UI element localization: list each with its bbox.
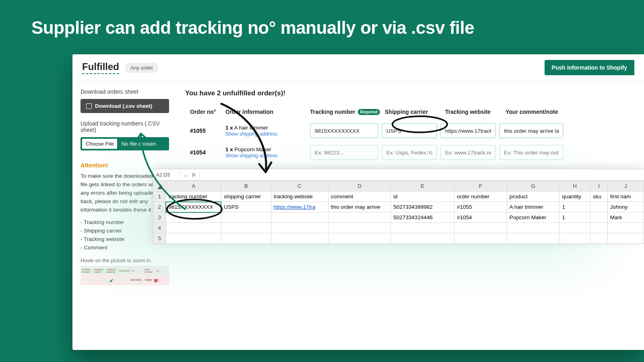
unfulfilled-count: You have 2 unfulfilled order(s)! [185, 89, 644, 97]
order-row: #1055 1 x A hair trimmer Show shipping a… [185, 120, 644, 142]
cell[interactable]: product [507, 191, 559, 202]
cell[interactable]: order number [454, 191, 507, 202]
cell[interactable]: quantity [559, 191, 590, 202]
choose-file-button[interactable]: Choose File No file chosen [80, 137, 169, 150]
tracking-website-input[interactable] [440, 123, 496, 138]
cell[interactable]: 5027334389982 [391, 202, 454, 212]
topbar: Fulfilled Any order Push information to … [72, 54, 644, 81]
comment-input[interactable] [499, 145, 564, 160]
show-shipping-address-link[interactable]: Show shipping address [225, 153, 277, 158]
col-order-no: Order no° [185, 109, 225, 115]
page-title: Fulfilled [82, 61, 119, 74]
col-header[interactable]: H [559, 181, 590, 191]
order-product: A hair trimmer [234, 125, 268, 131]
col-header[interactable]: E [391, 181, 454, 191]
shipping-carrier-input[interactable] [382, 123, 437, 138]
col-website: Tracking website [445, 109, 506, 115]
no-file-chosen-text: No file chosen [117, 141, 156, 147]
tracking-link[interactable]: https://www.17tra [274, 204, 316, 210]
cell[interactable] [328, 212, 390, 223]
col-tracking-label: Tracking number [310, 109, 355, 115]
cell[interactable]: sku [590, 191, 608, 202]
cell[interactable]: 5027334324446 [391, 212, 454, 223]
cell[interactable]: Johnny [607, 202, 644, 212]
cell[interactable] [221, 212, 271, 223]
tracking-number-input[interactable] [310, 123, 378, 138]
col-header[interactable]: A [166, 181, 221, 191]
tracking-website-input[interactable] [440, 145, 496, 160]
cell[interactable]: shipping carrier [221, 191, 271, 202]
sheet-row: 2 9815XXXXXXXXX USPS https://www.17tra t… [153, 202, 644, 212]
cell[interactable] [166, 212, 221, 223]
hero-title: Supplier can add tracking no° manually o… [0, 0, 644, 45]
sheet-row: 1 tracking number shipping carrier track… [153, 191, 644, 202]
sheet-row: 3 5027334324446 #1054 Popcorn Maker 1 Ma… [153, 212, 644, 223]
cell[interactable]: USPS [221, 202, 271, 212]
sheet-row: 5 [153, 233, 644, 244]
cell[interactable]: https://www.17tra [271, 202, 328, 212]
download-csv-button[interactable]: Download (.csv sheet) [80, 99, 169, 113]
order-info: 1 x Popcorn Maker Show shipping address [225, 146, 310, 158]
cell[interactable]: #1055 [454, 202, 507, 212]
cell[interactable]: 1 [559, 202, 590, 212]
orders-table-header: Order no° Order information Tracking num… [185, 104, 644, 120]
download-label: Download orders sheet [80, 88, 169, 95]
row-number[interactable]: 4 [153, 223, 166, 233]
order-qty: 1 x [225, 146, 233, 152]
col-comment: Your comment/note [506, 109, 644, 115]
csv-thumbnail[interactable]: tracking numbershipping carriertracking … [80, 266, 169, 285]
spreadsheet-grid[interactable]: ◢ A B C D E F G H I J 1 tracking number [153, 181, 644, 244]
tracking-number-input[interactable] [310, 145, 378, 160]
cell[interactable]: tracking website [271, 191, 328, 202]
spreadsheet-overlay: A2:O3 ⌄ fx ◢ A B C D E F G H I [153, 169, 644, 244]
cell-reference-box[interactable]: A2:O3 [153, 172, 181, 178]
cell[interactable]: 1 [559, 212, 590, 223]
col-header[interactable]: F [454, 181, 507, 191]
order-row: #1054 1 x Popcorn Maker Show shipping ad… [185, 142, 644, 163]
cell[interactable] [590, 202, 608, 212]
select-all-corner[interactable]: ◢ [153, 181, 166, 191]
row-number[interactable]: 2 [153, 202, 166, 212]
shipping-carrier-input[interactable] [382, 145, 437, 160]
cell[interactable]: A hair trimmer [507, 202, 559, 212]
cell[interactable]: id [391, 191, 454, 202]
col-order-info: Order information [225, 109, 310, 115]
row-number[interactable]: 3 [153, 212, 166, 223]
col-header[interactable]: I [590, 181, 608, 191]
row-number[interactable]: 5 [153, 233, 166, 244]
col-header[interactable]: B [221, 181, 271, 191]
col-shipping: Shipping carrier [385, 109, 445, 115]
col-header[interactable]: G [507, 181, 559, 191]
upload-label: Upload tracking numbers (.CSV sheet) [80, 120, 169, 133]
col-header[interactable]: J [607, 181, 644, 191]
cell[interactable]: comment [328, 191, 390, 202]
show-shipping-address-link[interactable]: Show shipping address [225, 131, 277, 137]
filter-chip-any-order[interactable]: Any order [125, 63, 159, 73]
cell[interactable]: #1054 [454, 212, 507, 223]
cell[interactable]: 9815XXXXXXXXX [166, 202, 221, 212]
list-item: Comment [80, 244, 169, 252]
cell[interactable] [271, 212, 328, 223]
comment-input[interactable] [499, 123, 564, 138]
cell[interactable]: Popcorn Maker [507, 212, 559, 223]
order-product: Popcorn Maker [235, 146, 272, 152]
order-info: 1 x A hair trimmer Show shipping address [225, 125, 310, 137]
cell[interactable]: tracking number [166, 191, 221, 202]
cell[interactable] [590, 212, 608, 223]
chevron-down-icon[interactable]: ⌄ [181, 172, 188, 178]
cell[interactable]: first nam [607, 191, 644, 202]
col-header[interactable]: C [271, 181, 328, 191]
col-tracking: Tracking number Required [310, 109, 385, 115]
download-csv-button-label: Download (.csv sheet) [95, 103, 153, 109]
choose-file-label: Choose File [82, 139, 117, 149]
required-badge: Required [358, 109, 380, 115]
row-number[interactable]: 1 [153, 191, 166, 202]
sheet-row: 4 [153, 223, 644, 233]
col-header[interactable]: D [328, 181, 390, 191]
csv-file-icon [86, 103, 92, 109]
cell[interactable]: Mark [607, 212, 644, 223]
hover-hint: Hover on the picture to zoom in. [80, 258, 169, 263]
push-to-shopify-button[interactable]: Push information to Shopify [545, 60, 634, 75]
check-icon: ✔ [109, 278, 114, 284]
cell[interactable]: this order may arrive [328, 202, 390, 212]
